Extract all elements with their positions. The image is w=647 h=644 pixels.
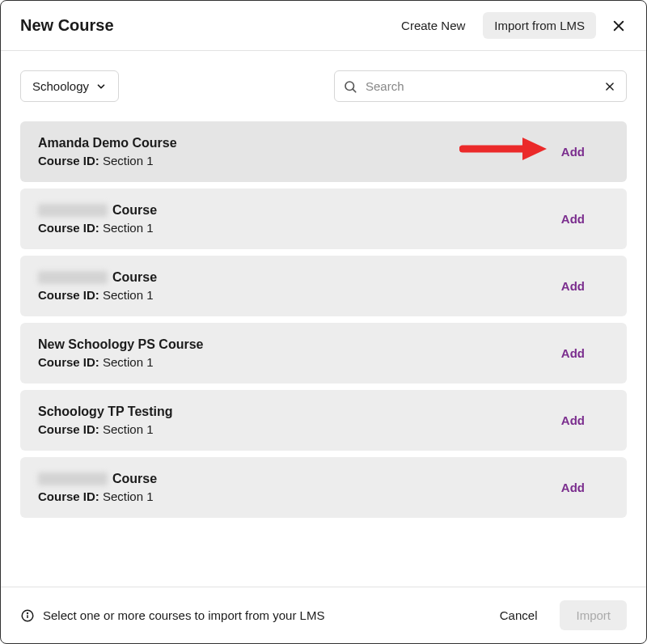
redacted-text bbox=[38, 204, 108, 217]
course-card: Schoology TP TestingCourse ID: Section 1… bbox=[20, 390, 627, 451]
course-id-line: Course ID: Section 1 bbox=[38, 288, 157, 302]
course-id-value: Section 1 bbox=[99, 489, 154, 503]
course-id-line: Course ID: Section 1 bbox=[38, 355, 203, 369]
add-button[interactable]: Add bbox=[553, 140, 609, 163]
course-id-label: Course ID: bbox=[38, 489, 99, 503]
close-icon bbox=[604, 81, 615, 92]
course-name-suffix: Course bbox=[112, 472, 157, 486]
tab-create-new[interactable]: Create New bbox=[390, 12, 476, 39]
course-id-label: Course ID: bbox=[38, 288, 99, 302]
course-id-line: Course ID: Section 1 bbox=[38, 489, 157, 503]
svg-line-3 bbox=[353, 89, 356, 92]
course-id-value: Section 1 bbox=[99, 422, 154, 436]
controls-row: Schoology bbox=[20, 70, 627, 102]
course-id-value: Section 1 bbox=[99, 154, 154, 167]
course-card: New Schoology PS CourseCourse ID: Sectio… bbox=[20, 323, 627, 383]
course-name-suffix: Course bbox=[112, 270, 157, 285]
course-info: Amanda Demo CourseCourse ID: Section 1 bbox=[38, 136, 177, 167]
course-id-line: Course ID: Section 1 bbox=[38, 422, 173, 436]
course-id-value: Section 1 bbox=[99, 288, 154, 302]
course-id-value: Section 1 bbox=[99, 355, 154, 369]
modal-title: New Course bbox=[20, 16, 390, 35]
course-card: CourseCourse ID: Section 1Add bbox=[20, 256, 627, 316]
course-id-value: Section 1 bbox=[99, 221, 154, 235]
course-name: Course bbox=[38, 472, 157, 486]
cancel-button[interactable]: Cancel bbox=[488, 600, 549, 630]
modal-footer: Select one or more courses to import fro… bbox=[1, 587, 646, 643]
course-name: Course bbox=[38, 270, 157, 285]
header-tabs: Create New Import from LMS bbox=[390, 12, 596, 39]
add-button[interactable]: Add bbox=[553, 409, 609, 432]
clear-search-button[interactable] bbox=[602, 78, 618, 95]
chevron-down-icon bbox=[95, 81, 107, 92]
info-icon bbox=[20, 608, 35, 623]
course-info: CourseCourse ID: Section 1 bbox=[38, 270, 157, 302]
close-icon bbox=[611, 19, 626, 33]
tab-import-from-lms[interactable]: Import from LMS bbox=[483, 12, 596, 39]
footer-info: Select one or more courses to import fro… bbox=[20, 608, 477, 623]
course-name: Course bbox=[38, 203, 157, 218]
course-card: CourseCourse ID: Section 1Add bbox=[20, 189, 627, 249]
course-id-label: Course ID: bbox=[38, 154, 99, 167]
svg-marker-7 bbox=[522, 138, 547, 160]
svg-point-10 bbox=[27, 612, 28, 613]
lms-source-dropdown[interactable]: Schoology bbox=[20, 70, 119, 102]
course-list: Amanda Demo CourseCourse ID: Section 1Ad… bbox=[20, 121, 627, 518]
modal-body: Schoology bbox=[1, 51, 646, 587]
add-button[interactable]: Add bbox=[553, 207, 609, 231]
close-button[interactable] bbox=[607, 15, 630, 37]
course-id-label: Course ID: bbox=[38, 355, 99, 369]
search-icon bbox=[343, 79, 357, 94]
redacted-text bbox=[38, 472, 108, 485]
course-id-label: Course ID: bbox=[38, 221, 99, 235]
course-name: Schoology TP Testing bbox=[38, 405, 173, 419]
annotation-arrow-icon bbox=[459, 133, 548, 165]
course-name: New Schoology PS Course bbox=[38, 337, 203, 352]
dropdown-label: Schoology bbox=[32, 79, 89, 93]
course-name: Amanda Demo Course bbox=[38, 136, 177, 150]
add-button[interactable]: Add bbox=[553, 341, 609, 365]
course-card: Amanda Demo CourseCourse ID: Section 1Ad… bbox=[20, 121, 627, 182]
course-info: Schoology TP TestingCourse ID: Section 1 bbox=[38, 405, 173, 436]
course-info: New Schoology PS CourseCourse ID: Sectio… bbox=[38, 337, 203, 369]
add-button[interactable]: Add bbox=[553, 476, 609, 499]
course-id-line: Course ID: Section 1 bbox=[38, 154, 177, 167]
redacted-text bbox=[38, 271, 108, 284]
course-card: CourseCourse ID: Section 1Add bbox=[20, 457, 627, 518]
import-button[interactable]: Import bbox=[560, 600, 627, 630]
course-id-line: Course ID: Section 1 bbox=[38, 221, 157, 235]
course-id-label: Course ID: bbox=[38, 422, 99, 436]
new-course-modal: New Course Create New Import from LMS Sc… bbox=[0, 0, 647, 644]
footer-info-text: Select one or more courses to import fro… bbox=[43, 608, 324, 622]
course-info: CourseCourse ID: Section 1 bbox=[38, 472, 157, 503]
add-button[interactable]: Add bbox=[553, 274, 609, 298]
course-info: CourseCourse ID: Section 1 bbox=[38, 203, 157, 235]
course-name-suffix: Course bbox=[112, 203, 157, 218]
search-input[interactable] bbox=[357, 76, 602, 96]
search-field[interactable] bbox=[334, 70, 627, 102]
modal-header: New Course Create New Import from LMS bbox=[1, 1, 646, 51]
